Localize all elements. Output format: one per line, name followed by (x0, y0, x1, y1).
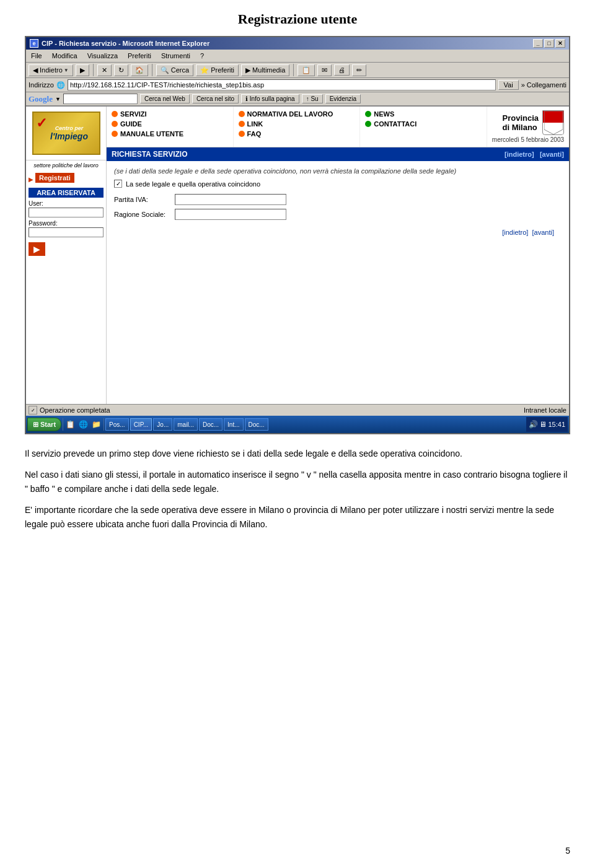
quick-launch-1[interactable]: 📋 (64, 420, 76, 429)
nav-dot-servizi (112, 111, 118, 117)
partita-iva-row: Partita IVA: (114, 194, 562, 205)
toolbar-separator3 (293, 64, 294, 76)
header-back-link[interactable]: [indietro] (505, 151, 534, 158)
quick-launch-3[interactable]: 📁 (90, 420, 102, 429)
checkbox-label: La sede legale e quella operativa coinci… (126, 180, 260, 188)
menu-preferiti[interactable]: Preferiti (125, 51, 154, 61)
bottom-back-link[interactable]: [indietro] (502, 229, 528, 236)
nav-faq[interactable]: FAQ (239, 129, 355, 139)
taskbar-sep-2 (104, 418, 104, 431)
go-button[interactable]: Vai (498, 80, 519, 90)
menu-strumenti[interactable]: Strumenti (159, 51, 193, 61)
maximize-button[interactable]: □ (544, 39, 554, 48)
sede-checkbox[interactable]: ✓ (114, 180, 122, 188)
taskbar-icon-net: 🖥 (539, 420, 547, 429)
taskbar-time: 15:41 (548, 421, 565, 428)
nav-normativa-label: NORMATIVA DEL LAVORO (247, 110, 333, 118)
partita-iva-label: Partita IVA: (114, 196, 170, 203)
ragione-sociale-label: Ragione Sociale: (114, 211, 170, 218)
menu-help[interactable]: ? (198, 51, 206, 61)
header-forward-link[interactable]: [avanti] (540, 151, 564, 158)
nav-servizi[interactable]: SERVIZI (112, 109, 228, 119)
bottom-forward-link[interactable]: [avanti] (532, 229, 554, 236)
history-button[interactable]: 📋 (298, 64, 315, 76)
provincia-city: di Milano (502, 123, 539, 132)
mail-button[interactable]: ✉ (317, 64, 332, 76)
nav-news[interactable]: NEWS (365, 109, 482, 119)
description-paragraph-2: Nel caso i dati siano gli stessi, il por… (25, 468, 570, 496)
nav-normativa[interactable]: NORMATIVA DEL LAVORO (239, 109, 355, 119)
registrati-button[interactable]: Registrati (35, 173, 74, 183)
checkbox-row: ✓ La sede legale e quella operativa coin… (114, 180, 562, 188)
nav-dot-link (239, 121, 245, 127)
menu-visualizza[interactable]: Visualizza (85, 51, 120, 61)
title-bar: e CIP - Richiesta servizio - Microsoft I… (26, 37, 569, 50)
provincia-name: Provincia (502, 113, 539, 123)
nav-dot-news (365, 111, 371, 117)
menu-file[interactable]: File (29, 51, 45, 61)
evidenzia-button[interactable]: Evidenzia (325, 94, 361, 103)
browser-title: CIP - Richiesta servizio - Microsoft Int… (42, 40, 209, 47)
nav-manuale[interactable]: MANUALE UTENTE (112, 129, 228, 139)
print-button[interactable]: 🖨 (334, 64, 350, 76)
svg-rect-0 (544, 111, 563, 123)
nav-link[interactable]: LINK (239, 119, 355, 129)
nav-guide[interactable]: GUIDE (112, 119, 228, 129)
google-search-input[interactable] (63, 94, 138, 104)
nav-faq-label: FAQ (247, 130, 262, 138)
minimize-button[interactable]: _ (533, 39, 543, 48)
nav-dot-normativa (239, 111, 245, 117)
partita-iva-input[interactable] (175, 194, 286, 205)
taskbar-pos-button[interactable]: Pos... (105, 418, 129, 431)
taskbar-buttons: 📋 🌐 📁 Pos... CIP... Jo... mail... Doc...… (64, 418, 525, 431)
title-bar-controls: _ □ ✕ (533, 39, 565, 48)
back-button[interactable]: ◀ Indietro ▼ (29, 64, 73, 76)
taskbar-icon-sound: 🔊 (529, 420, 538, 429)
su-button[interactable]: ↑ Su (302, 94, 323, 103)
forward-button[interactable]: ▶ (76, 64, 89, 76)
refresh-button[interactable]: ↻ (114, 64, 128, 76)
menu-modifica[interactable]: Modifica (50, 51, 80, 61)
ragione-sociale-input[interactable] (175, 209, 286, 220)
nav-servizi-label: SERVIZI (120, 110, 147, 118)
quick-launch-2[interactable]: 🌐 (77, 420, 89, 429)
edit-button[interactable]: ✏ (352, 64, 366, 76)
status-icon: ✓ (29, 406, 37, 414)
password-input[interactable] (29, 227, 104, 237)
browser-window: e CIP - Richiesta servizio - Microsoft I… (25, 36, 570, 434)
favorites-button[interactable]: ⭐ Preferiti (196, 64, 239, 76)
taskbar-doc1-button[interactable]: Doc... (199, 418, 223, 431)
taskbar-mail-button[interactable]: mail... (174, 418, 198, 431)
address-label: Indirizzo (29, 81, 54, 89)
cerca-sito-button[interactable]: Cerca nel sito (192, 94, 239, 103)
start-button[interactable]: ⊞ Start (27, 418, 61, 431)
taskbar-int-button[interactable]: Int... (224, 418, 243, 431)
nav-dot-contattaci (365, 121, 371, 127)
cerca-web-button[interactable]: Cerca nel Web (140, 94, 190, 103)
multimedia-button[interactable]: ▶ Multimedia (241, 64, 289, 76)
login-button[interactable]: ▶ (29, 242, 45, 256)
taskbar-cip-button[interactable]: CIP... (130, 418, 152, 431)
menu-bar: File Modifica Visualizza Preferiti Strum… (26, 50, 569, 63)
description-area: Il servizio prevede un primo step dove v… (0, 434, 595, 551)
nav-dot-faq (239, 131, 245, 137)
search-button[interactable]: 🔍 Cerca (156, 64, 193, 76)
stop-button[interactable]: ✕ (97, 64, 112, 76)
address-input[interactable] (68, 79, 496, 90)
taskbar-doc2-button[interactable]: Doc... (245, 418, 268, 431)
description-paragraph-1: Il servizio prevede un primo step dove v… (25, 447, 570, 460)
home-button[interactable]: 🏠 (131, 64, 148, 76)
taskbar-jo-button[interactable]: Jo... (153, 418, 172, 431)
nav-contattaci[interactable]: CONTATTACI (365, 119, 482, 129)
nav-dot-manuale (112, 131, 118, 137)
nav-manuale-label: MANUALE UTENTE (120, 130, 183, 138)
toolbar-separator (93, 64, 94, 76)
close-button[interactable]: ✕ (555, 39, 565, 48)
web-content: ✓ Centro per l'Impiego settore politiche… (26, 107, 569, 404)
status-text: Operazione completata (40, 406, 110, 414)
toolbar-separator2 (152, 64, 152, 76)
content-area: RICHIESTA SERVIZIO [indietro] [avanti] (… (107, 147, 569, 404)
info-pagina-button[interactable]: ℹ Info sulla pagina (241, 94, 299, 103)
address-bar: Indirizzo 🌐 Vai » Collegamenti (26, 78, 569, 92)
user-input[interactable] (29, 208, 104, 217)
